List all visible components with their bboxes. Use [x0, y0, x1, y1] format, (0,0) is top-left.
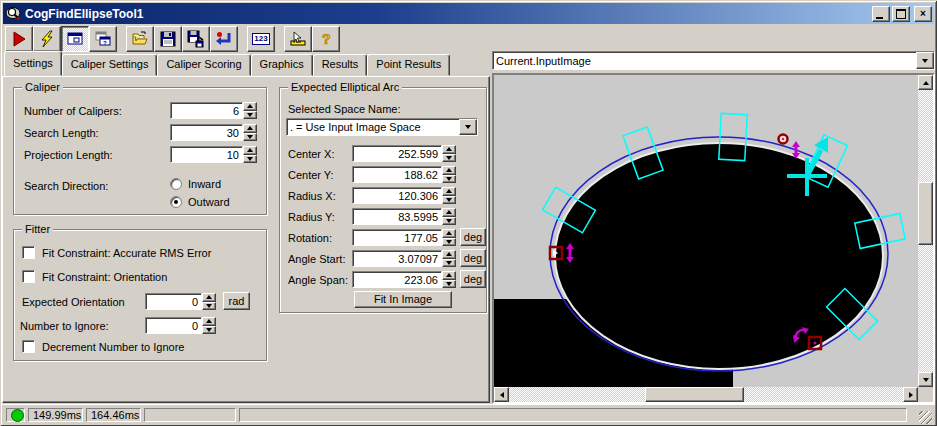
- tool-window: CogFindEllipseTool1 × ?: [0, 0, 937, 426]
- status-panel-4: [239, 408, 907, 422]
- tab-caliper-settings[interactable]: Caliper Settings: [62, 54, 158, 76]
- image-source-combo-arrow-icon[interactable]: [916, 52, 934, 69]
- fitter-group-title: Fitter: [22, 223, 53, 235]
- position-ruler-icon: [289, 30, 307, 48]
- angle-span-deg-button[interactable]: deg: [460, 270, 486, 288]
- right-arrow-icon: [909, 392, 913, 398]
- up-arrow-icon: [923, 81, 929, 85]
- fitter-group: Fitter Fit Constraint: Accurate RMS Erro…: [13, 229, 267, 361]
- result-window-icon: [66, 30, 84, 48]
- center-y-spinner[interactable]: [442, 166, 456, 183]
- save-button[interactable]: [154, 26, 182, 52]
- angle-start-label: Angle Start:: [288, 253, 345, 265]
- checkbox-decrement[interactable]: [22, 340, 35, 353]
- position-tool-button[interactable]: [284, 26, 312, 52]
- angle-start-input[interactable]: [352, 250, 442, 267]
- h-scroll-right-button[interactable]: [903, 387, 918, 402]
- rad-unit-button[interactable]: rad: [223, 292, 250, 310]
- tab-settings[interactable]: Settings: [4, 51, 62, 76]
- vertex-ring-marker[interactable]: [779, 135, 788, 144]
- trigger-lightning-icon: [38, 30, 56, 48]
- projection-length-spinner[interactable]: [243, 146, 257, 163]
- image-source-combo[interactable]: Current.InputImage: [492, 51, 935, 70]
- number-to-ignore-label: Number to Ignore:: [20, 320, 109, 332]
- angle-start-spinner[interactable]: [442, 250, 456, 267]
- space-combo-arrow-icon[interactable]: [459, 119, 477, 135]
- checkbox-orientation[interactable]: [22, 270, 35, 283]
- tab-graphics[interactable]: Graphics: [251, 54, 313, 76]
- radius-y-label: Radius Y:: [288, 211, 335, 223]
- status-bar: 149.99ms 164.46ms: [2, 404, 935, 425]
- num-calipers-spinner[interactable]: [243, 102, 257, 119]
- save-icon: [159, 30, 177, 48]
- v-scroll-down-button[interactable]: [918, 372, 933, 387]
- svg-text:?: ?: [103, 40, 107, 46]
- num-calipers-input[interactable]: [170, 102, 243, 119]
- help-button[interactable]: ?: [312, 26, 340, 52]
- tab-caliper-scoring[interactable]: Caliper Scoring: [157, 54, 250, 76]
- center-y-input[interactable]: [352, 166, 442, 183]
- close-button[interactable]: ×: [914, 6, 932, 22]
- space-name-value: . = Use Input Image Space: [287, 121, 459, 133]
- save-as-button[interactable]: [182, 26, 210, 52]
- search-length-spinner[interactable]: [243, 124, 257, 141]
- image-black-ellipse: [555, 143, 883, 369]
- projection-length-input[interactable]: [170, 146, 243, 163]
- float-window-button[interactable]: ?: [89, 26, 117, 52]
- h-scroll-thumb[interactable]: [645, 387, 744, 402]
- numeric-display-button[interactable]: 123: [247, 26, 275, 52]
- maximize-icon: [896, 9, 906, 19]
- radio-inward-label[interactable]: Inward: [188, 178, 221, 190]
- tab-point-results[interactable]: Point Results: [367, 54, 450, 76]
- space-name-combo[interactable]: . = Use Input Image Space: [286, 118, 478, 136]
- h-scroll-left-button[interactable]: [494, 387, 509, 402]
- help-icon: ?: [317, 30, 335, 48]
- reset-button[interactable]: [210, 26, 238, 52]
- radius-x-input[interactable]: [352, 187, 442, 204]
- image-display: [492, 73, 935, 404]
- rotation-spinner[interactable]: [442, 229, 456, 246]
- expected-orientation-input[interactable]: [145, 293, 202, 310]
- center-x-input[interactable]: [352, 145, 442, 162]
- v-scroll-up-button[interactable]: [918, 75, 933, 90]
- result-window-toggle-button[interactable]: [61, 26, 89, 52]
- checkbox-orientation-label[interactable]: Fit Constraint: Orientation: [42, 271, 167, 283]
- center-y-label: Center Y:: [288, 169, 334, 181]
- trigger-button[interactable]: [33, 26, 61, 52]
- angle-span-input[interactable]: [352, 271, 442, 288]
- close-icon: ×: [920, 9, 926, 19]
- search-length-input[interactable]: [170, 124, 243, 141]
- angle-span-label: Angle Span:: [288, 274, 348, 286]
- status-time-2: 164.46ms: [86, 408, 141, 422]
- checkbox-accurate-rms[interactable]: [22, 246, 35, 259]
- v-scroll-thumb[interactable]: [918, 182, 933, 245]
- space-name-label: Selected Space Name:: [288, 103, 401, 115]
- resize-grip[interactable]: [919, 411, 932, 424]
- minimize-button[interactable]: [872, 6, 890, 22]
- radio-inward[interactable]: [170, 178, 182, 190]
- radius-y-spinner[interactable]: [442, 208, 456, 225]
- number-to-ignore-input[interactable]: [145, 317, 202, 334]
- radius-x-spinner[interactable]: [442, 187, 456, 204]
- number-to-ignore-spinner[interactable]: [202, 317, 216, 334]
- center-x-label: Center X:: [288, 148, 334, 160]
- radio-outward[interactable]: [170, 196, 182, 208]
- down-arrow-icon: [923, 378, 929, 382]
- checkbox-decrement-label[interactable]: Decrement Number to Ignore: [42, 341, 184, 353]
- rotation-deg-button[interactable]: deg: [460, 228, 486, 246]
- center-x-spinner[interactable]: [442, 145, 456, 162]
- fit-in-image-button[interactable]: Fit In Image: [354, 291, 452, 308]
- radio-outward-label[interactable]: Outward: [188, 196, 230, 208]
- run-button[interactable]: [5, 26, 33, 52]
- angle-start-deg-button[interactable]: deg: [460, 249, 486, 267]
- maximize-button[interactable]: [892, 6, 910, 22]
- angle-span-spinner[interactable]: [442, 271, 456, 288]
- radius-y-input[interactable]: [352, 208, 442, 225]
- tab-results[interactable]: Results: [313, 54, 368, 76]
- save-as-icon: [187, 30, 205, 48]
- window-title: CogFindEllipseTool1: [25, 7, 870, 21]
- checkbox-accurate-rms-label[interactable]: Fit Constraint: Accurate RMS Error: [42, 247, 211, 259]
- expected-orientation-spinner[interactable]: [202, 293, 216, 310]
- rotation-input[interactable]: [352, 229, 442, 246]
- open-button[interactable]: [126, 26, 154, 52]
